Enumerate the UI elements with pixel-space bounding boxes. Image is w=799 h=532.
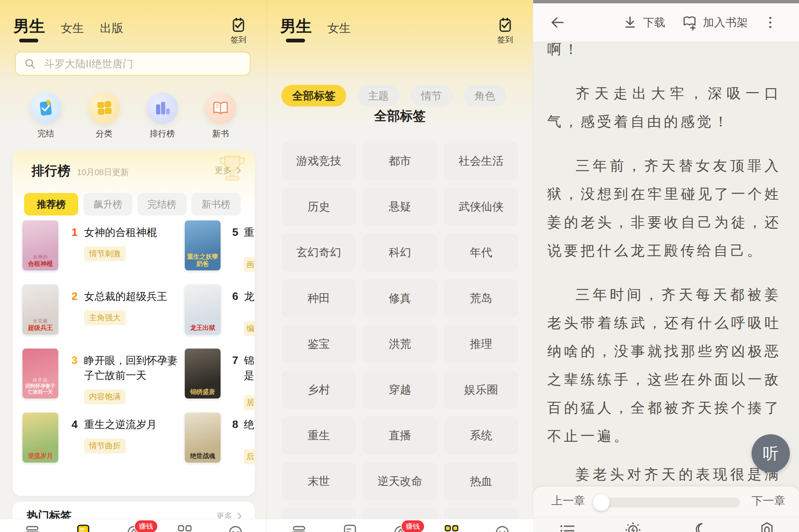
quick-nav-category[interactable]: 分类 — [76, 92, 132, 139]
settings-icon — [758, 521, 776, 532]
bookstore-icon — [341, 523, 359, 532]
mine-icon — [493, 523, 511, 532]
quick-nav-new-books[interactable]: 新书 — [192, 92, 249, 139]
paragraph: 三年时间，齐天每天都被姜老头带着练武，还有什么呼吸吐纳啥的，没事就找那些穷凶极恶… — [547, 280, 781, 450]
mine-icon — [226, 523, 245, 532]
prev-chapter-button[interactable]: 上一章 — [551, 493, 585, 508]
tab-male[interactable]: 男生 — [13, 18, 45, 36]
tag-cell[interactable]: 社会生活 — [444, 142, 518, 180]
nav-bookshelf[interactable] — [23, 523, 42, 532]
ranking-tab-finished[interactable]: 完结榜 — [137, 193, 186, 215]
checkin-label: 签到 — [226, 35, 251, 45]
tag-cell[interactable]: 重生 — [282, 416, 356, 455]
tag-cell[interactable]: 游戏竞技 — [282, 142, 356, 180]
panel-reader: 下载 加入书架 啊！ 齐天走出大牢，深吸一口气，感受着自由的感觉！ 三年前，齐天… — [533, 0, 799, 532]
ranking-bars-icon — [153, 99, 172, 118]
tag-cell[interactable]: 科幻 — [363, 233, 437, 272]
reading-content: 啊！ 齐天走出大牢，深吸一口气，感受着自由的感觉！ 三年前，齐天替女友顶罪入狱，… — [547, 35, 781, 532]
tag-cell[interactable]: 逆天改命 — [363, 462, 437, 500]
tag-cell[interactable]: 种田 — [282, 279, 356, 317]
ranking-more-link[interactable]: 更多 — [215, 165, 240, 176]
category-grid-icon — [442, 523, 461, 532]
nav-mine[interactable] — [226, 523, 245, 532]
tag-cell[interactable]: 直播 — [363, 416, 437, 455]
tag-cell[interactable]: 历史 — [282, 188, 356, 226]
book-cover: 锦绣盛唐 — [185, 349, 221, 398]
brightness-button[interactable] — [624, 521, 642, 532]
divider — [533, 517, 799, 517]
ranking-tab-rising[interactable]: 飙升榜 — [83, 193, 132, 215]
app-screenshot: 男生 女生 出版 签到 — [0, 0, 799, 532]
night-mode-button[interactable] — [690, 521, 709, 532]
tab-female[interactable]: 女生 — [61, 22, 84, 36]
checkin-button[interactable]: 签到 — [226, 17, 251, 45]
tag-cell[interactable]: 都市 — [363, 142, 437, 180]
bookshelf-icon — [23, 523, 42, 532]
tag-cell[interactable]: 热血 — [444, 462, 518, 500]
nav-mine[interactable] — [493, 523, 511, 532]
quick-nav-finished[interactable]: 完结 — [17, 92, 74, 139]
book-row[interactable]: 锦绣盛唐 7 锦是 居 — [12, 349, 255, 412]
bookshelf-icon — [290, 523, 308, 532]
tab-male[interactable]: 男生 — [280, 18, 312, 36]
tag-cell[interactable]: 末世 — [282, 462, 356, 500]
tag-filter-pills: 全部标签 主题 情节 角色 — [281, 85, 506, 106]
tag-cell[interactable]: 年代 — [444, 233, 518, 272]
book-row[interactable]: 绝世战魂 8 绝 后 — [12, 413, 255, 476]
next-chapter-button[interactable]: 下一章 — [752, 493, 785, 508]
tag-cell[interactable]: 悬疑 — [363, 188, 437, 226]
gender-tabs: 男生 女生 — [280, 18, 351, 36]
listen-button[interactable]: 听 — [752, 434, 790, 473]
active-tab-underline — [286, 39, 305, 42]
tag-cell[interactable]: 修真 — [363, 279, 437, 317]
panel-tags: 男生 女生 签到 全部标签 主题 情节 角色 全部标签 游戏竞技 都市 社会生活… — [266, 0, 533, 532]
tag-cell[interactable]: 荒岛 — [444, 279, 518, 317]
tab-publish[interactable]: 出版 — [100, 22, 123, 36]
nav-category-active[interactable] — [442, 523, 461, 532]
tag-cell[interactable]: 玄幻奇幻 — [282, 233, 356, 272]
active-tab-underline — [19, 39, 38, 42]
book-row[interactable]: 重生之妖孽奶爸 5 重 画 — [12, 220, 255, 284]
tag-cell[interactable]: 系统 — [444, 416, 518, 455]
settings-button[interactable] — [758, 521, 776, 532]
slider-thumb[interactable] — [593, 494, 610, 511]
ranking-update-date: 10月08日更新 — [77, 167, 129, 178]
book-tag-badge: 画 — [244, 257, 255, 272]
brightness-icon — [624, 521, 642, 532]
tag-cell[interactable]: 穿越 — [363, 371, 437, 409]
tag-cell[interactable]: 娱乐圈 — [444, 371, 518, 409]
ranking-tab-new[interactable]: 新书榜 — [191, 193, 241, 215]
tag-cell[interactable]: 武侠仙侠 — [444, 188, 518, 226]
progress-slider[interactable] — [596, 497, 740, 507]
paragraph: 三年前，齐天替女友顶罪入狱，没想到在牢里碰见了一个姓姜的老头，非要收自己为徒，还… — [547, 151, 781, 265]
filter-theme[interactable]: 主题 — [357, 85, 400, 106]
tag-cell[interactable]: 乡村 — [282, 371, 356, 409]
panel-bookstore-home: 男生 女生 出版 签到 — [0, 0, 266, 532]
nav-bookstore[interactable] — [341, 523, 359, 532]
book-row[interactable]: 龙王出狱 6 龙 编 — [12, 285, 255, 348]
book-title: 龙 — [244, 289, 255, 304]
earn-money-badge: 赚钱 — [401, 520, 425, 532]
download-icon — [622, 15, 638, 30]
ranking-tab-recommend[interactable]: 推荐榜 — [24, 193, 78, 215]
nav-bookstore-active[interactable] — [74, 523, 92, 532]
filter-all-tags[interactable]: 全部标签 — [281, 85, 346, 106]
quick-nav-ranking[interactable]: 排行榜 — [134, 92, 191, 139]
nav-bookshelf[interactable] — [290, 523, 308, 532]
tag-cell[interactable]: 推理 — [444, 325, 518, 363]
search-bar[interactable] — [15, 52, 251, 76]
filter-role[interactable]: 角色 — [464, 85, 506, 106]
nav-category[interactable] — [176, 523, 194, 532]
book-title: 绝 — [244, 417, 255, 432]
tab-female[interactable]: 女生 — [328, 22, 351, 36]
table-of-contents-icon — [558, 521, 576, 532]
tag-cell[interactable]: 鉴宝 — [282, 325, 356, 363]
toc-button[interactable] — [558, 521, 576, 532]
tag-cell[interactable]: 洪荒 — [363, 325, 437, 363]
checkin-clipboard-icon — [230, 17, 247, 33]
checkin-button[interactable]: 签到 — [493, 17, 517, 45]
ranking-card: 排行榜 10月08日更新 更多 推荐榜 飙升榜 完结榜 新书榜 女神的合租神棍 … — [12, 151, 255, 496]
filter-plot[interactable]: 情节 — [410, 85, 453, 106]
all-tags-heading: 全部标签 — [267, 107, 533, 125]
search-input[interactable] — [43, 57, 224, 70]
